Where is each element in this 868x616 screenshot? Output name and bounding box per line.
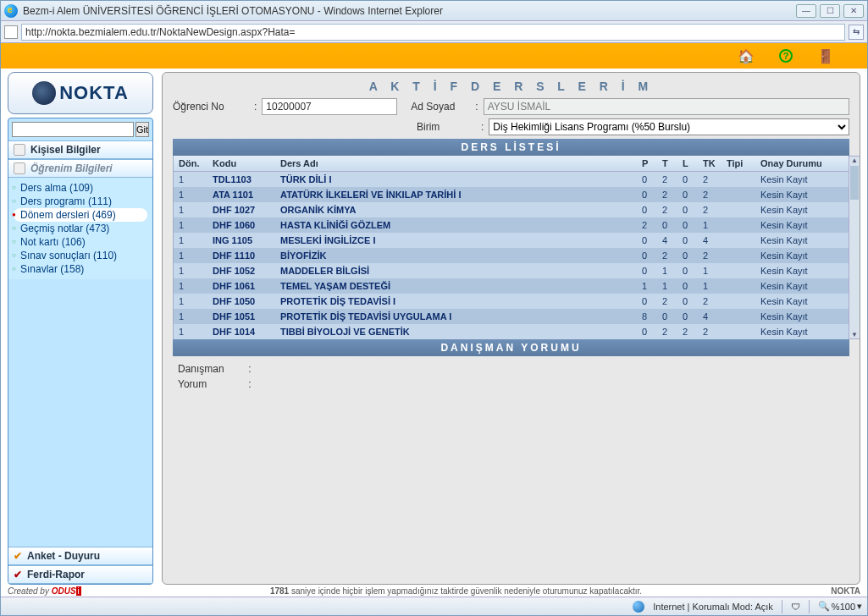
- advisor-label: Danışman: [178, 363, 246, 375]
- cell-don: 1: [174, 217, 207, 233]
- col-tk: TK: [698, 156, 721, 172]
- sidebar-section-personal[interactable]: Kişisel Bilgiler: [8, 140, 152, 159]
- chevron-down-icon[interactable]: ▾: [857, 601, 862, 612]
- security-zone: Internet | Korumalı Mod: Açık: [653, 602, 773, 612]
- scroll-thumb[interactable]: [850, 166, 859, 200]
- logout-icon[interactable]: 🚪: [818, 48, 833, 63]
- cell-ders[interactable]: TIBBİ BİYOLOJİ VE GENETİK: [275, 324, 637, 339]
- sidebar-section-education[interactable]: Öğrenim Bilgileri: [8, 159, 152, 178]
- col-tipi: Tipi: [721, 156, 755, 172]
- sidebar-menu-item[interactable]: Sınav sonuçları (110): [14, 249, 147, 262]
- cell-don: 1: [174, 233, 207, 248]
- sidebar-menu-item[interactable]: Ders alma (109): [14, 181, 147, 195]
- minimize-button[interactable]: —: [796, 4, 816, 18]
- cell-t: 2: [657, 202, 677, 217]
- cell-kodu[interactable]: DHF 1051: [207, 309, 275, 324]
- scroll-down-icon[interactable]: ▼: [851, 331, 858, 338]
- course-table-wrap: Dön. Kodu Ders Adı P T L TK Tipi Onay Du…: [173, 156, 849, 339]
- ie-icon: [4, 4, 18, 18]
- cell-ders[interactable]: ATATÜRK İLKELERİ VE İNKILAP TARİHİ I: [275, 187, 637, 202]
- col-onay: Onay Durumu: [755, 156, 849, 172]
- person-icon: [14, 162, 25, 174]
- cell-don: 1: [174, 172, 207, 188]
- unit-select[interactable]: Diş Hekimliği Lisans Programı (%50 Bursl…: [489, 118, 849, 135]
- logo: NOKTA: [8, 72, 153, 114]
- cell-ders[interactable]: BİYOFİZİK: [275, 248, 637, 263]
- section-label: Kişisel Bilgiler: [30, 144, 101, 156]
- cell-p: 0: [637, 248, 657, 263]
- cell-ders[interactable]: TEMEL YAŞAM DESTEĞİ: [275, 278, 637, 294]
- table-row: 1DHF 1052MADDELER BİLGİSİ0101Kesin Kayıt: [174, 263, 849, 278]
- cell-tk: 2: [698, 248, 721, 263]
- cell-kodu[interactable]: DHF 1050: [207, 294, 275, 309]
- cell-don: 1: [174, 294, 207, 309]
- student-no-input[interactable]: [262, 98, 397, 115]
- cell-kodu[interactable]: DHF 1014: [207, 324, 275, 339]
- cell-onay: Kesin Kayıt: [755, 324, 849, 339]
- compat-icon[interactable]: ⇆: [849, 25, 864, 40]
- cell-ders[interactable]: PROTETİK DİŞ TEDAVİSİ I: [275, 294, 637, 309]
- cell-kodu[interactable]: ATA 1101: [207, 187, 275, 202]
- cell-ders[interactable]: ORGANİK KİMYA: [275, 202, 637, 217]
- scroll-up-icon[interactable]: ▲: [851, 157, 858, 164]
- fullname-input: [484, 98, 849, 115]
- sidebar-item-survey[interactable]: ✔ Anket - Duyuru: [8, 547, 152, 565]
- cell-p: 0: [637, 172, 657, 188]
- cell-t: 2: [657, 294, 677, 309]
- scrollbar[interactable]: ▲ ▼: [849, 156, 860, 339]
- cell-ders[interactable]: TÜRK DİLİ I: [275, 172, 637, 188]
- table-row: 1DHF 1014TIBBİ BİYOLOJİ VE GENETİK0222Ke…: [174, 324, 849, 339]
- cell-tipi: [721, 278, 755, 294]
- cell-ders[interactable]: MADDELER BİLGİSİ: [275, 263, 637, 278]
- cell-tipi: [721, 217, 755, 233]
- cell-ders[interactable]: HASTA KLİNİĞİ GÖZLEM: [275, 217, 637, 233]
- protected-mode-icon[interactable]: 🛡: [791, 602, 800, 612]
- cell-p: 2: [637, 217, 657, 233]
- cell-t: 2: [657, 172, 677, 188]
- sidebar-search-input[interactable]: [12, 122, 134, 137]
- home-icon[interactable]: 🏠: [738, 48, 754, 63]
- sidebar-menu-item[interactable]: Ders programı (111): [14, 195, 147, 208]
- zoom-value: %100: [832, 602, 855, 612]
- cell-tipi: [721, 294, 755, 309]
- cell-l: 0: [677, 217, 698, 233]
- close-button[interactable]: ✕: [843, 4, 864, 18]
- sidebar-go-button[interactable]: Git: [135, 122, 149, 137]
- cell-t: 2: [657, 248, 677, 263]
- table-row: 1DHF 1051PROTETİK DİŞ TEDAVİSİ UYGULAMA …: [174, 309, 849, 324]
- cell-ders[interactable]: MESLEKİ İNGİLİZCE I: [275, 233, 637, 248]
- window: Bezm-i Alem ÜNİVERSİTESİ ÖĞRENCİ İŞLERİ …: [0, 0, 868, 616]
- cell-ders[interactable]: PROTETİK DİŞ TEDAVİSİ UYGULAMA I: [275, 309, 637, 324]
- cell-kodu[interactable]: DHF 1052: [207, 263, 275, 278]
- cell-kodu[interactable]: DHF 1110: [207, 248, 275, 263]
- cell-l: 0: [677, 248, 698, 263]
- help-icon[interactable]: ?: [779, 49, 793, 63]
- cell-kodu[interactable]: DHF 1060: [207, 217, 275, 233]
- window-title: Bezm-i Alem ÜNİVERSİTESİ ÖĞRENCİ İŞLERİ …: [23, 5, 443, 17]
- sidebar-menu-item[interactable]: Sınavlar (158): [14, 262, 147, 276]
- maximize-button[interactable]: ☐: [820, 4, 840, 18]
- url-input[interactable]: [21, 24, 845, 41]
- sidebar-menu-item[interactable]: Not kartı (106): [14, 235, 147, 249]
- cell-kodu[interactable]: DHF 1061: [207, 278, 275, 294]
- cell-don: 1: [174, 263, 207, 278]
- cell-kodu[interactable]: DHF 1027: [207, 202, 275, 217]
- cell-p: 0: [637, 202, 657, 217]
- table-row: 1DHF 1050PROTETİK DİŞ TEDAVİSİ I0202Kesi…: [174, 294, 849, 309]
- student-no-label: Öğrenci No: [173, 101, 249, 113]
- fullname-label: Ad Soyad: [411, 101, 470, 113]
- created-by: Created by ODUSi: [8, 586, 81, 596]
- comment-label: Yorum: [178, 378, 246, 390]
- cell-tk: 1: [698, 217, 721, 233]
- cell-kodu[interactable]: ING 1105: [207, 233, 275, 248]
- zoom-control[interactable]: 🔍 %100 ▾: [818, 601, 862, 612]
- app-footer: Created by ODUSi 1781 saniye içinde hiçb…: [1, 585, 867, 597]
- sidebar-menu-item[interactable]: Geçmiş notlar (473): [14, 222, 147, 235]
- sidebar-item-report[interactable]: ✔ Ferdi-Rapor: [8, 565, 152, 584]
- sidebar-menu-item[interactable]: Dönem dersleri (469): [14, 208, 147, 222]
- address-bar: ⇆: [1, 21, 867, 43]
- logo-mark-icon: [32, 81, 56, 105]
- cell-don: 1: [174, 248, 207, 263]
- cell-kodu[interactable]: TDL1103: [207, 172, 275, 188]
- app-body: 🏠 ? 🚪 NOKTA Git Kişisel Bilgil: [1, 43, 867, 597]
